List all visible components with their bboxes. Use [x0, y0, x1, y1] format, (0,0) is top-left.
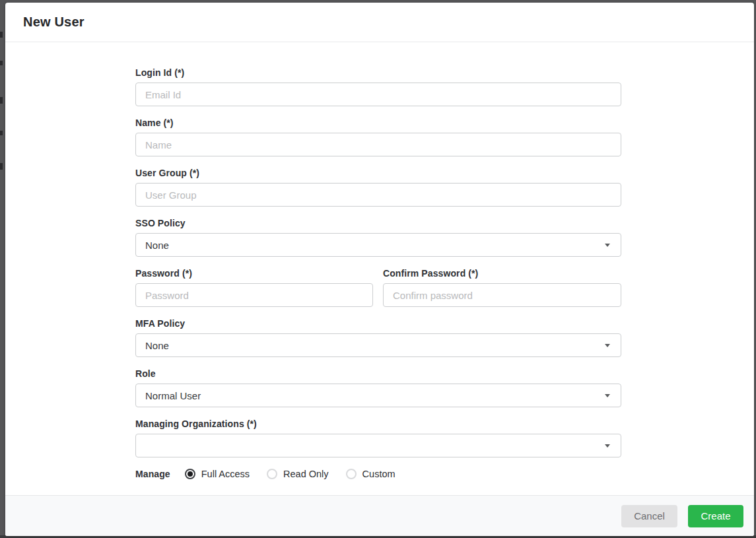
- password-label: Password (*): [135, 268, 373, 279]
- chevron-down-icon: [605, 344, 610, 347]
- password-field-group: Password (*): [135, 268, 373, 307]
- mfa-policy-select[interactable]: None: [135, 333, 621, 357]
- background-text-fragment: [0, 163, 3, 170]
- manage-option-custom[interactable]: Custom: [346, 469, 395, 479]
- manage-radio-group: Manage Full Access Read Only Custom: [135, 469, 754, 479]
- managing-organizations-select[interactable]: [135, 434, 621, 457]
- manage-option-label: Read Only: [283, 469, 329, 479]
- chevron-down-icon: [605, 444, 610, 448]
- background-text-fragment: [0, 32, 3, 38]
- modal-footer: Cancel Create: [5, 495, 754, 536]
- radio-button-icon: [267, 469, 277, 479]
- confirm-password-label: Confirm Password (*): [383, 268, 621, 279]
- mfa-policy-label: MFA Policy: [135, 318, 621, 329]
- name-label: Name (*): [135, 118, 621, 128]
- background-text-fragment: [0, 97, 3, 104]
- background-text-fragment: [0, 61, 3, 65]
- role-field-group: Role Normal User: [135, 368, 621, 407]
- login-id-input[interactable]: [135, 83, 621, 106]
- new-user-modal: New User Login Id (*) Name (*) User Grou…: [5, 3, 754, 536]
- create-button[interactable]: Create: [688, 505, 743, 527]
- mfa-policy-field-group: MFA Policy None: [135, 318, 621, 357]
- manage-option-full-access[interactable]: Full Access: [185, 469, 250, 479]
- user-group-label: User Group (*): [135, 168, 621, 178]
- modal-title: New User: [23, 15, 85, 30]
- chevron-down-icon: [605, 244, 610, 247]
- name-input[interactable]: [135, 133, 621, 156]
- sso-policy-select[interactable]: None: [135, 233, 621, 257]
- manage-option-label: Custom: [362, 469, 395, 479]
- managing-organizations-field-group: Managing Organizations (*): [135, 419, 621, 457]
- background-text-fragment: [0, 131, 3, 135]
- modal-header: New User: [5, 3, 754, 42]
- name-field-group: Name (*): [135, 118, 621, 156]
- role-label: Role: [135, 368, 621, 379]
- manage-option-read-only[interactable]: Read Only: [267, 469, 329, 479]
- confirm-password-input[interactable]: [383, 283, 621, 307]
- sso-policy-field-group: SSO Policy None: [135, 218, 621, 257]
- password-input[interactable]: [135, 283, 373, 307]
- chevron-down-icon: [605, 394, 610, 397]
- manage-label: Manage: [135, 469, 170, 479]
- radio-button-icon: [185, 469, 195, 479]
- managing-organizations-label: Managing Organizations (*): [135, 419, 621, 429]
- role-select[interactable]: Normal User: [135, 384, 621, 407]
- mfa-policy-value: None: [145, 340, 169, 351]
- sso-policy-value: None: [145, 240, 169, 251]
- login-id-label: Login Id (*): [135, 67, 621, 78]
- confirm-password-field-group: Confirm Password (*): [383, 268, 621, 307]
- role-value: Normal User: [145, 390, 201, 401]
- user-group-field-group: User Group (*): [135, 168, 621, 207]
- new-user-form: Login Id (*) Name (*) User Group (*) SSO…: [5, 42, 754, 495]
- user-group-input[interactable]: [135, 183, 621, 207]
- radio-button-icon: [346, 469, 357, 479]
- login-id-field-group: Login Id (*): [135, 67, 621, 106]
- password-row: Password (*) Confirm Password (*): [135, 268, 621, 307]
- manage-option-label: Full Access: [201, 469, 250, 479]
- sso-policy-label: SSO Policy: [135, 218, 621, 228]
- cancel-button[interactable]: Cancel: [621, 505, 677, 527]
